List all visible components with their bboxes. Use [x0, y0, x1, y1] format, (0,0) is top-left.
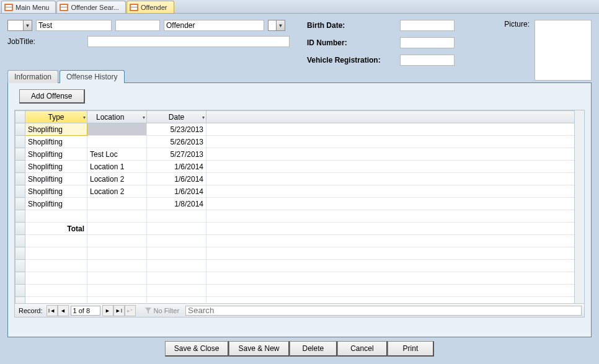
col-location[interactable]: Location▾	[87, 111, 147, 123]
table-row-new[interactable]	[16, 210, 584, 223]
table-row[interactable]: Shoplifting 5/26/2013	[16, 136, 584, 148]
cell-date[interactable]: 1/6/2014	[147, 161, 206, 173]
tab-label: Offender	[141, 4, 167, 11]
cell-location[interactable]: Location 1	[87, 161, 147, 173]
cell-type[interactable]: Shoplifting	[25, 136, 87, 148]
record-navigator: Record: I◄ ◄ 1 of 8 ► ►I ▸* No Filter	[15, 303, 584, 317]
table-row-empty	[16, 272, 584, 285]
form-icon	[60, 4, 68, 11]
birthdate-input[interactable]	[400, 20, 455, 31]
cell-blank[interactable]	[206, 148, 584, 161]
suffix-combo[interactable]: ▼	[268, 20, 285, 31]
cell-date[interactable]: 1/8/2014	[147, 198, 206, 210]
first-name-input[interactable]	[36, 20, 112, 31]
tab-label: Main Menu	[16, 4, 49, 11]
window-tab-bar: Main Menu Offender Sear... Offender	[0, 0, 599, 14]
table-row[interactable]: Shoplifting Location 2 1/6/2014	[16, 185, 584, 198]
row-selector[interactable]	[16, 148, 25, 161]
save-close-button[interactable]: Save & Close	[165, 341, 229, 357]
tab-offense-history[interactable]: Offense History	[60, 70, 124, 83]
cell-blank[interactable]	[206, 198, 584, 210]
record-position[interactable]: 1 of 8	[71, 306, 100, 316]
row-selector[interactable]	[16, 161, 25, 173]
tab-offender-search[interactable]: Offender Sear...	[56, 1, 125, 13]
cancel-button[interactable]: Cancel	[337, 341, 387, 357]
cell-date[interactable]: 5/27/2013	[147, 148, 206, 161]
last-name-input[interactable]	[164, 20, 264, 31]
cell-location[interactable]: Location 2	[87, 185, 147, 198]
svg-rect-2	[6, 7, 12, 10]
cell-date[interactable]: 5/26/2013	[147, 136, 206, 148]
nav-first-button[interactable]: I◄	[47, 305, 58, 316]
nav-prev-button[interactable]: ◄	[58, 305, 69, 316]
delete-button[interactable]: Delete	[290, 341, 338, 357]
col-date[interactable]: Date▾	[147, 111, 206, 123]
search-input[interactable]	[185, 306, 582, 316]
table-row-empty	[16, 260, 584, 272]
chevron-down-icon[interactable]: ▼	[276, 20, 285, 30]
funnel-icon	[144, 307, 152, 314]
picture-box[interactable]	[535, 20, 592, 81]
idnumber-input[interactable]	[400, 37, 455, 48]
row-selector[interactable]	[16, 173, 25, 185]
tab-information[interactable]: Information	[7, 70, 58, 83]
table-row[interactable]: Shoplifting 5/23/2013	[16, 123, 584, 136]
cell-date[interactable]: 5/23/2013	[147, 123, 206, 136]
table-row[interactable]: Shoplifting Location 2 1/6/2014	[16, 173, 584, 185]
cell-location[interactable]: Test Loc	[87, 148, 147, 161]
vehicle-reg-input[interactable]	[400, 55, 455, 66]
cell-blank[interactable]	[206, 161, 584, 173]
tab-offender[interactable]: Offender	[126, 1, 174, 13]
svg-rect-4	[61, 5, 67, 7]
cell-blank[interactable]	[206, 136, 584, 148]
offender-form: ▼ ▼ JobTitle: Birth Date: ID Number: Veh…	[0, 14, 599, 359]
chevron-down-icon[interactable]: ▾	[83, 114, 86, 120]
table-row[interactable]: Shoplifting 1/8/2014	[16, 198, 584, 210]
cell-location[interactable]	[87, 136, 147, 148]
cell-type[interactable]: Shoplifting	[25, 185, 87, 198]
cell-date[interactable]: 1/6/2014	[147, 173, 206, 185]
cell-date[interactable]: 1/6/2014	[147, 185, 206, 198]
cell-type[interactable]: Shoplifting	[25, 123, 87, 136]
filter-indicator[interactable]: No Filter	[144, 307, 180, 314]
table-row[interactable]: Shoplifting Location 1 1/6/2014	[16, 161, 584, 173]
select-all-corner[interactable]	[16, 111, 25, 123]
cell-type[interactable]: Shoplifting	[25, 198, 87, 210]
cell-location[interactable]	[87, 198, 147, 210]
print-button[interactable]: Print	[388, 341, 435, 357]
row-selector[interactable]	[16, 210, 25, 223]
tab-main-menu[interactable]: Main Menu	[1, 1, 56, 13]
table-row-empty	[16, 235, 584, 247]
add-offense-button[interactable]: Add Offense	[19, 89, 85, 104]
middle-name-input[interactable]	[115, 20, 160, 31]
form-button-bar: Save & Close Save & New Delete Cancel Pr…	[7, 341, 592, 357]
row-selector[interactable]	[16, 185, 25, 198]
cell-type[interactable]: Shoplifting	[25, 148, 87, 161]
nav-next-button[interactable]: ►	[102, 305, 113, 316]
cell-type[interactable]: Shoplifting	[25, 161, 87, 173]
cell-type[interactable]: Shoplifting	[25, 173, 87, 185]
prefix-combo[interactable]: ▼	[7, 20, 32, 31]
chevron-down-icon[interactable]: ▼	[23, 20, 32, 30]
table-row[interactable]: Shoplifting Test Loc 5/27/2013	[16, 148, 584, 161]
row-selector[interactable]	[16, 123, 25, 136]
save-new-button[interactable]: Save & New	[229, 341, 289, 357]
vertical-scrollbar[interactable]	[574, 110, 584, 303]
cell-blank[interactable]	[206, 173, 584, 185]
row-selector[interactable]	[16, 136, 25, 148]
cell-blank[interactable]	[206, 185, 584, 198]
vehicle-reg-label: Vehicle Registration:	[307, 56, 400, 64]
col-type[interactable]: Type▾	[25, 111, 87, 123]
cell-blank[interactable]	[206, 123, 584, 136]
cell-location[interactable]	[87, 123, 147, 136]
chevron-down-icon[interactable]: ▾	[143, 114, 145, 120]
chevron-down-icon[interactable]: ▾	[202, 114, 205, 120]
row-selector[interactable]	[16, 198, 25, 210]
nav-new-button[interactable]: ▸*	[125, 305, 136, 316]
table-row-total: Total	[16, 223, 584, 235]
cell-location[interactable]: Location 2	[87, 173, 147, 185]
nav-last-button[interactable]: ►I	[113, 305, 125, 316]
offense-history-panel: Add Offense Type▾ Location▾ Date▾ Shopli…	[7, 83, 592, 337]
svg-rect-5	[61, 7, 67, 10]
jobtitle-input[interactable]	[87, 36, 290, 47]
